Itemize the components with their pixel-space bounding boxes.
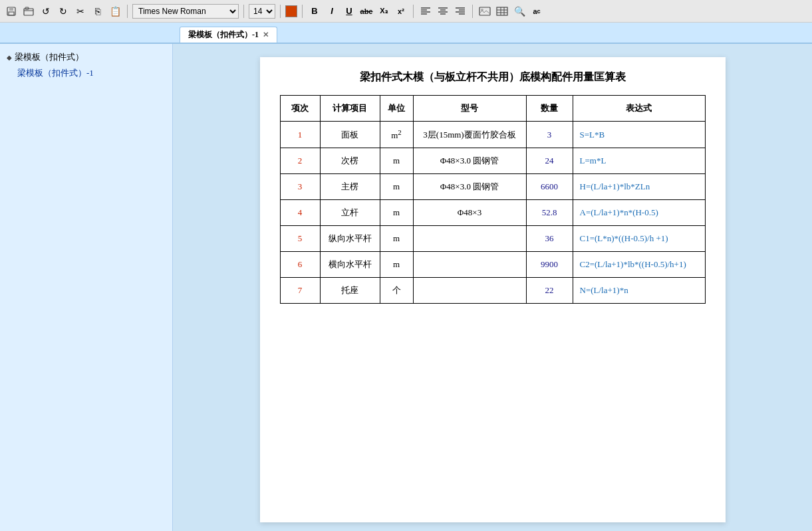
th-item: 计算项目 <box>320 96 380 122</box>
sidebar-item-child-beam-1[interactable]: 梁模板（扣件式）-1 <box>4 65 168 81</box>
cell-index: 1 <box>280 122 320 148</box>
italic-button[interactable]: I <box>325 4 339 19</box>
cell-item: 面板 <box>320 122 380 148</box>
sidebar-item-parent-beam[interactable]: ◆ 梁模板（扣件式） <box>4 49 168 65</box>
th-index: 项次 <box>280 96 320 122</box>
tab-bar: 梁模板（扣件式）-1 ✕ <box>0 23 812 44</box>
save-button[interactable] <box>4 4 19 19</box>
cell-index: 3 <box>280 174 320 200</box>
sidebar: ◆ 梁模板（扣件式） 梁模板（扣件式）-1 <box>0 44 173 531</box>
cell-model: Φ48×3.0 圆钢管 <box>413 174 526 200</box>
align-center-button[interactable] <box>436 4 450 19</box>
cell-formula: N=(L/la+1)*n <box>573 278 705 304</box>
tab-close-icon[interactable]: ✕ <box>263 31 269 39</box>
cell-quantity: 52.8 <box>526 200 573 226</box>
svg-rect-1 <box>9 7 13 11</box>
th-model: 型号 <box>413 96 526 122</box>
cell-formula: L=m*L <box>573 148 705 174</box>
th-quantity: 数量 <box>526 96 573 122</box>
cell-unit: m <box>380 148 413 174</box>
cell-unit: m <box>380 174 413 200</box>
cell-quantity: 9900 <box>526 252 573 278</box>
cell-model <box>413 252 526 278</box>
undo-button[interactable]: ↺ <box>39 4 53 19</box>
th-unit: 单位 <box>380 96 413 122</box>
cell-index: 2 <box>280 148 320 174</box>
bullet-icon: ◆ <box>7 54 12 61</box>
sidebar-parent-label: 梁模板（扣件式） <box>15 51 84 63</box>
underline-button[interactable]: U <box>342 4 356 19</box>
font-color-picker[interactable] <box>285 5 297 17</box>
align-left-button[interactable] <box>418 4 433 19</box>
paste-button[interactable]: 📋 <box>108 4 122 19</box>
table-header-row: 项次 计算项目 单位 型号 数量 表达式 <box>280 96 705 122</box>
cell-formula: C2=(L/la+1)*lb*((H-0.5)/h+1) <box>573 252 705 278</box>
table-row: 1面板m23层(15mm)覆面竹胶合板3S=L*B <box>280 122 705 148</box>
find-button[interactable]: 🔍 <box>512 4 527 19</box>
spellcheck-button[interactable]: ac <box>529 4 544 19</box>
table-row: 2次楞mΦ48×3.0 圆钢管24L=m*L <box>280 148 705 174</box>
cell-formula: C1=(L*n)*((H-0.5)/h +1) <box>573 226 705 252</box>
cell-item: 纵向水平杆 <box>320 226 380 252</box>
subscript-button[interactable]: X₂ <box>376 4 391 19</box>
table-row: 5纵向水平杆m36C1=(L*n)*((H-0.5)/h +1) <box>280 226 705 252</box>
cell-unit: m <box>380 252 413 278</box>
cell-unit: m2 <box>380 122 413 148</box>
tab-beam-formwork[interactable]: 梁模板（扣件式）-1 ✕ <box>180 27 277 43</box>
table-row: 3主楞mΦ48×3.0 圆钢管6600H=(L/la+1)*lb*ZLn <box>280 174 705 200</box>
tab-label: 梁模板（扣件式）-1 <box>188 29 259 41</box>
cell-model: Φ48×3 <box>413 200 526 226</box>
cell-model: Φ48×3.0 圆钢管 <box>413 148 526 174</box>
cell-unit: m <box>380 200 413 226</box>
separator-6 <box>472 5 473 18</box>
content-area: ◆ 梁模板（扣件式） 梁模板（扣件式）-1 梁扣件式木模（与板立杆不共用）底模构… <box>0 44 812 531</box>
copy-button[interactable]: ⎘ <box>90 4 105 19</box>
separator-4 <box>302 5 303 18</box>
svg-rect-19 <box>497 7 507 15</box>
align-right-button[interactable] <box>453 4 468 19</box>
cell-quantity: 22 <box>526 278 573 304</box>
cell-formula: H=(L/la+1)*lb*ZLn <box>573 174 705 200</box>
redo-button[interactable]: ↻ <box>56 4 70 19</box>
insert-image-button[interactable] <box>477 4 492 19</box>
table-row: 6横向水平杆m9900C2=(L/la+1)*lb*((H-0.5)/h+1) <box>280 252 705 278</box>
bold-button[interactable]: B <box>307 4 322 19</box>
cell-index: 7 <box>280 278 320 304</box>
insert-table-button[interactable] <box>495 4 509 19</box>
cell-item: 立杆 <box>320 200 380 226</box>
cell-index: 5 <box>280 226 320 252</box>
cell-unit: m <box>380 226 413 252</box>
cell-formula: S=L*B <box>573 122 705 148</box>
data-table: 项次 计算项目 单位 型号 数量 表达式 1面板m23层(15mm)覆面竹胶合板… <box>280 95 706 304</box>
separator-1 <box>127 5 128 18</box>
doc-area: 梁扣件式木模（与板立杆不共用）底模构配件用量匡算表 项次 计算项目 单位 型号 … <box>173 44 812 531</box>
cell-item: 主楞 <box>320 174 380 200</box>
cell-formula: A=(L/la+1)*n*(H-0.5) <box>573 200 705 226</box>
cell-unit: 个 <box>380 278 413 304</box>
svg-rect-3 <box>24 9 33 15</box>
cell-item: 横向水平杆 <box>320 252 380 278</box>
font-name-select[interactable]: Times New Roman <box>132 4 239 19</box>
document-title: 梁扣件式木模（与板立杆不共用）底模构配件用量匡算表 <box>280 70 706 84</box>
cell-model <box>413 226 526 252</box>
cell-item: 次楞 <box>320 148 380 174</box>
cut-button[interactable]: ✂ <box>73 4 88 19</box>
cell-quantity: 36 <box>526 226 573 252</box>
toolbar: ↺ ↻ ✂ ⎘ 📋 Times New Roman 14 B I U abe X… <box>0 0 812 23</box>
cell-quantity: 24 <box>526 148 573 174</box>
strikethrough-button[interactable]: abe <box>359 4 374 19</box>
separator-3 <box>280 5 281 18</box>
cell-model: 3层(15mm)覆面竹胶合板 <box>413 122 526 148</box>
separator-2 <box>243 5 244 18</box>
cell-item: 托座 <box>320 278 380 304</box>
svg-rect-2 <box>9 12 14 15</box>
cell-quantity: 3 <box>526 122 573 148</box>
cell-model <box>413 278 526 304</box>
cell-quantity: 6600 <box>526 174 573 200</box>
font-size-select[interactable]: 14 <box>249 4 275 19</box>
open-button[interactable] <box>21 4 36 19</box>
cell-index: 4 <box>280 200 320 226</box>
separator-5 <box>413 5 414 18</box>
superscript-button[interactable]: x² <box>394 4 408 19</box>
app-layout: 梁模板（扣件式）-1 ✕ ◆ 梁模板（扣件式） 梁模板（扣件式）-1 梁扣件式木… <box>0 23 812 531</box>
